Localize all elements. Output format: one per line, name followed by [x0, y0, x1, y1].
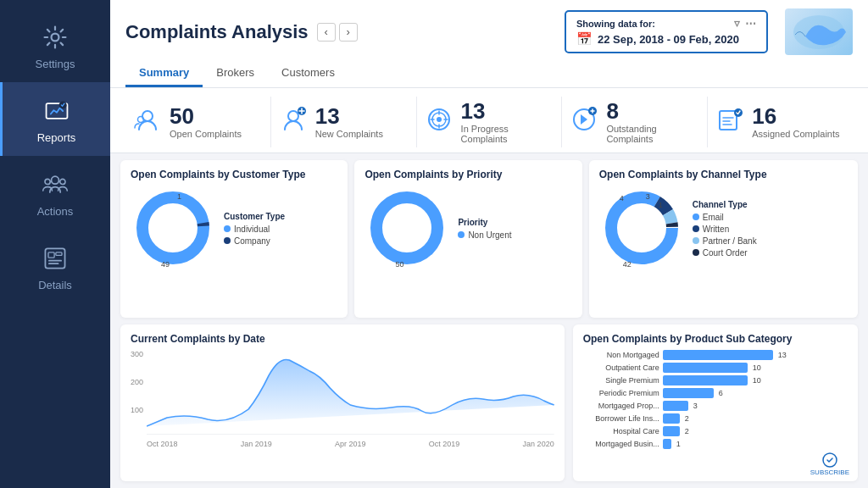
- bar-label-2: Single Premium: [583, 376, 659, 385]
- tab-summary[interactable]: Summary: [125, 60, 203, 87]
- legend-company: Company: [224, 236, 285, 246]
- bar-bg-0: [663, 350, 773, 360]
- tab-bar: Summary Brokers Customers: [125, 60, 853, 87]
- svg-rect-10: [56, 252, 62, 256]
- inprogress-complaints-label: In Progress Complaints: [461, 124, 555, 144]
- bar-label-4: Mortgaged Prop...: [583, 402, 659, 410]
- outstanding-complaints-label: Outstanding Complaints: [606, 124, 700, 144]
- partner-bank-dot: [693, 237, 699, 244]
- written-dot: [693, 225, 699, 232]
- svg-point-5: [60, 179, 65, 184]
- open-by-channel-chart: Open Complaints by Channel Type: [589, 160, 858, 318]
- bar-bg-4: [663, 401, 688, 411]
- donut-svg-priority: [364, 186, 449, 270]
- legend-individual: Individual: [224, 225, 285, 234]
- channel-label-1: 1: [659, 201, 663, 209]
- nonurgent-label: Non Urgent: [468, 230, 511, 240]
- by-product-chart: Open Complaints by Product Sub Category …: [573, 324, 858, 482]
- sidebar-item-actions[interactable]: Actions: [0, 156, 110, 230]
- date-filter-box[interactable]: Showing data for: ▿ ⋯ 📅 22 Sep, 2018 - 0…: [565, 10, 768, 53]
- y-label-300: 300: [131, 350, 143, 358]
- svg-point-27: [388, 209, 426, 247]
- open-complaints-label: Open Complaints: [170, 129, 242, 139]
- individual-dot: [224, 225, 231, 232]
- svg-rect-21: [720, 111, 737, 130]
- by-product-title: Open Complaints by Product Sub Category: [583, 333, 848, 345]
- nav-arrows: ‹ ›: [317, 23, 358, 42]
- written-label: Written: [703, 225, 730, 234]
- subscribe-icon: [821, 452, 838, 469]
- svg-rect-6: [45, 248, 64, 268]
- top-charts-row: Open Complaints by Customer Type 1 49 Cu…: [120, 160, 858, 318]
- sidebar-item-details[interactable]: Details: [0, 230, 110, 303]
- customer-legend: Customer Type Individual Company: [224, 212, 285, 248]
- sidebar: Settings Reports Actions: [0, 0, 110, 488]
- svg-point-0: [52, 34, 59, 42]
- tab-brokers[interactable]: Brokers: [203, 60, 268, 87]
- open-by-channel-title: Open Complaints by Channel Type: [599, 169, 848, 180]
- legend-court-order: Court Order: [693, 248, 757, 258]
- donut-svg-customer: [131, 186, 215, 270]
- company-label: Company: [234, 236, 270, 246]
- sidebar-item-settings[interactable]: Settings: [0, 8, 110, 82]
- nav-forward-button[interactable]: ›: [339, 23, 358, 42]
- inprogress-complaints-icon: [424, 104, 454, 141]
- priority-legend: Priority Non Urgent: [458, 218, 511, 242]
- bar-bg-1: [663, 363, 748, 373]
- kpi-inprogress-complaints: 13 In Progress Complaints: [416, 97, 562, 147]
- title-row: Complaints Analysis ‹ ›: [125, 21, 358, 43]
- bar-row-0: Non Mortgaged 13: [583, 350, 848, 360]
- bar-bg-5: [663, 413, 680, 424]
- assigned-complaints-label: Assigned Complaints: [752, 129, 839, 139]
- bar-row-1: Outpatient Care 10: [583, 363, 848, 373]
- court-order-label: Court Order: [703, 248, 748, 258]
- kpi-assigned-complaints: 16 Assigned Complaints: [707, 97, 853, 147]
- assigned-complaints-icon: [715, 104, 745, 141]
- priority-label-50: 50: [395, 260, 403, 269]
- bar-label-6: Hospital Care: [583, 427, 659, 435]
- charts-area: Open Complaints by Customer Type 1 49 Cu…: [110, 153, 868, 488]
- priority-legend-title: Priority: [458, 218, 511, 227]
- kpi-row: 50 Open Complaints 13 New Complaints: [110, 88, 868, 153]
- bar-label-7: Mortgaged Busin...: [583, 440, 659, 448]
- open-complaints-icon: [132, 104, 163, 141]
- page-title: Complaints Analysis: [125, 21, 309, 43]
- svg-point-3: [52, 176, 59, 184]
- x-label-jan2020: Jan 2020: [523, 440, 554, 448]
- company-dot: [224, 237, 231, 244]
- svg-point-25: [154, 209, 192, 247]
- y-label-200: 200: [131, 378, 143, 386]
- svg-rect-8: [48, 260, 62, 262]
- bar-value-6: 2: [685, 427, 689, 435]
- channel-legend-title: Channel Type: [693, 200, 757, 209]
- date-filter-icons: ▿ ⋯: [734, 17, 756, 30]
- x-axis: Oct 2018 Jan 2019 Apr 2019 Oct 2019 Jan …: [147, 440, 554, 448]
- details-icon: [38, 241, 72, 275]
- bar-bg-6: [663, 426, 680, 436]
- tab-customers[interactable]: Customers: [268, 60, 348, 87]
- y-axis: 300 200 100: [131, 350, 143, 435]
- bar-row-4: Mortgaged Prop... 3: [583, 401, 848, 411]
- bar-value-2: 10: [753, 376, 761, 385]
- x-label-jan2019: Jan 2019: [241, 440, 272, 448]
- bar-bg-2: [663, 375, 748, 385]
- priority-donut-wrap: 50: [364, 186, 449, 274]
- x-label-apr2019: Apr 2019: [335, 440, 366, 448]
- date-range-text: 22 Sep, 2018 - 09 Feb, 2020: [598, 33, 739, 46]
- sidebar-item-settings-label: Settings: [36, 58, 75, 70]
- subscribe-badge[interactable]: SUBSCRIBE: [810, 452, 849, 476]
- sidebar-item-reports-label: Reports: [37, 131, 76, 144]
- svg-rect-7: [48, 252, 54, 258]
- main-content: Complaints Analysis ‹ › Showing data for…: [110, 0, 868, 488]
- date-filter-label-text: Showing data for:: [576, 19, 655, 29]
- line-chart-svg: [147, 350, 554, 435]
- sidebar-item-reports[interactable]: Reports: [0, 82, 110, 156]
- legend-nonurgent: Non Urgent: [458, 230, 511, 240]
- nav-back-button[interactable]: ‹: [317, 23, 336, 42]
- bar-chart-body: Non Mortgaged 13 Outpatient Care 10 Sing…: [583, 350, 848, 449]
- legend-written: Written: [693, 225, 757, 234]
- new-complaints-label: New Complaints: [315, 129, 383, 139]
- bar-value-5: 2: [685, 414, 689, 423]
- by-date-chart: Current Complaints by Date 300 200 100: [120, 324, 565, 482]
- bar-value-4: 3: [693, 402, 698, 410]
